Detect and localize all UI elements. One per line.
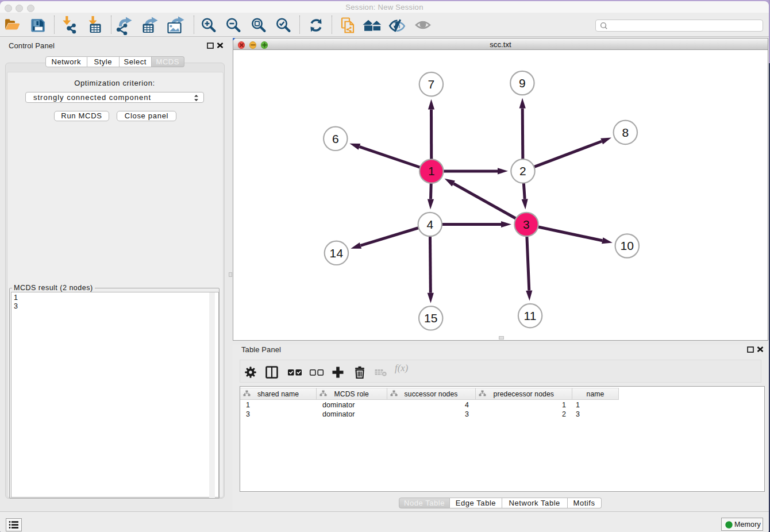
svg-text:10: 10 <box>621 239 634 252</box>
svg-text:3: 3 <box>523 218 530 231</box>
svg-text:6: 6 <box>332 132 339 145</box>
svg-text:15: 15 <box>424 311 438 325</box>
svg-text:8: 8 <box>622 126 629 139</box>
svg-text:2: 2 <box>519 164 526 178</box>
svg-text:4: 4 <box>426 218 433 231</box>
svg-text:14: 14 <box>330 246 344 260</box>
svg-text:1: 1 <box>428 164 435 178</box>
svg-text:7: 7 <box>428 78 435 91</box>
svg-text:11: 11 <box>524 309 537 322</box>
svg-text:9: 9 <box>519 76 526 90</box>
